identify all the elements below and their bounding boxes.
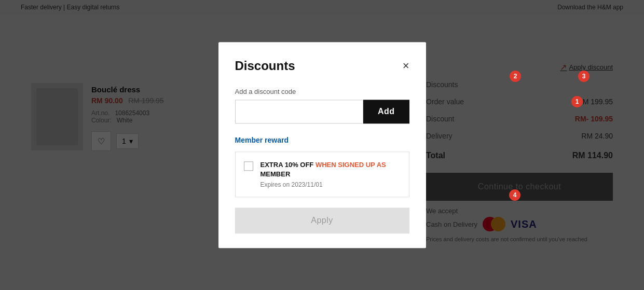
badge-1: 1 [571, 96, 583, 107]
reward-title-highlight: WHEN SIGNED UP AS [316, 161, 386, 169]
discount-code-input[interactable] [235, 100, 363, 123]
badge-4: 4 [509, 189, 520, 201]
discount-input-row: Add [235, 100, 409, 123]
reward-checkbox[interactable] [244, 161, 253, 171]
reward-card: EXTRA 10% OFF WHEN SIGNED UP AS MEMBER E… [235, 151, 409, 197]
discount-section-label: Add a discount code [235, 88, 409, 95]
discounts-modal: Discounts × Add a discount code Add Memb… [218, 42, 426, 248]
reward-text: EXTRA 10% OFF WHEN SIGNED UP AS MEMBER E… [261, 160, 401, 188]
reward-expiry: Expires on 2023/11/01 [261, 181, 401, 188]
modal-header: Discounts × [235, 59, 409, 73]
badge-2: 2 [510, 71, 521, 82]
modal-title: Discounts [235, 59, 295, 73]
apply-button[interactable]: Apply [235, 208, 409, 233]
reward-title-part2: MEMBER [261, 170, 291, 178]
reward-title: EXTRA 10% OFF WHEN SIGNED UP AS MEMBER [261, 160, 401, 179]
modal-close-button[interactable]: × [403, 60, 409, 72]
reward-title-part1: EXTRA 10% OFF [261, 161, 316, 169]
badge-3: 3 [578, 71, 590, 82]
member-reward-label: Member reward [235, 136, 409, 144]
add-discount-button[interactable]: Add [363, 100, 409, 123]
